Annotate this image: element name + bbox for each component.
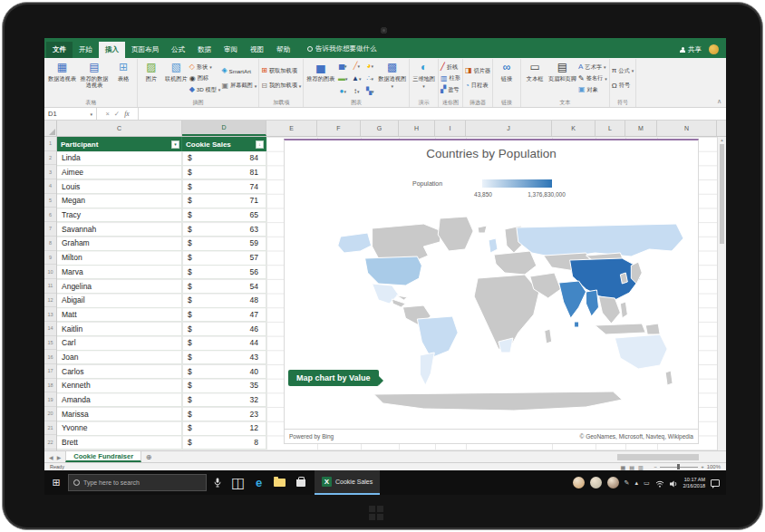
column-header-D[interactable]: D xyxy=(182,121,266,136)
timeline-button[interactable]: ◔日程表 xyxy=(465,82,490,90)
sales-cell[interactable]: $84 xyxy=(182,151,266,166)
column-header-E[interactable]: E xyxy=(266,121,317,136)
zoom-in-icon[interactable]: + xyxy=(701,464,704,469)
table-row[interactable]: Carlos$40 xyxy=(57,364,266,379)
participant-cell[interactable]: Marissa xyxy=(57,407,182,421)
start-button[interactable]: ⊞ xyxy=(44,477,68,488)
wordart-button[interactable]: A艺术字▾ xyxy=(578,63,607,72)
column-header-I[interactable]: I xyxy=(435,121,466,136)
column-header-J[interactable]: J xyxy=(466,121,552,136)
area-chart-button[interactable]: ▲▾ xyxy=(350,73,363,84)
column-header-F[interactable]: F xyxy=(317,121,361,136)
sales-cell[interactable]: $47 xyxy=(182,308,266,323)
table-row[interactable]: Matt$47 xyxy=(57,308,266,323)
edge-icon[interactable]: e xyxy=(248,476,269,489)
tell-me-box[interactable]: 告诉我你想要做什么 xyxy=(307,44,377,58)
insert-function-icon[interactable]: fx xyxy=(124,110,129,118)
maps-button[interactable]: ●▾ xyxy=(336,85,349,97)
text-box-button[interactable]: ▭文本框 xyxy=(523,59,547,98)
participant-cell[interactable]: Tracy xyxy=(57,208,182,223)
row-header-15[interactable]: 15 xyxy=(44,336,56,351)
smartart-button[interactable]: ◈SmartArt xyxy=(221,67,257,74)
ribbon-tab-review[interactable]: 审阅 xyxy=(218,42,244,58)
sales-cell[interactable]: $8 xyxy=(182,436,266,450)
participant-cell[interactable]: Milton xyxy=(57,251,182,266)
link-button[interactable]: ∞链接 xyxy=(495,59,518,98)
pivottable-button[interactable]: ▦数据透视表 xyxy=(47,59,77,98)
volume-icon[interactable] xyxy=(670,475,678,491)
symbol-button[interactable]: Ω符号 xyxy=(612,82,634,90)
pie-chart-button[interactable]: ◕▾ xyxy=(363,60,376,72)
sales-cell[interactable]: $48 xyxy=(182,294,266,308)
row-header-22[interactable]: 22 xyxy=(44,435,56,450)
participant-cell[interactable]: Graham xyxy=(57,237,182,251)
sales-cell[interactable]: $71 xyxy=(182,194,266,208)
zoom-slider[interactable] xyxy=(660,467,698,468)
sales-cell[interactable]: $32 xyxy=(182,393,266,408)
zoom-level[interactable]: 100% xyxy=(707,464,721,469)
row-header-4[interactable]: 4 xyxy=(44,179,56,194)
participant-cell[interactable]: Kenneth xyxy=(57,379,182,393)
sales-cell[interactable]: $57 xyxy=(182,251,266,266)
sales-cell[interactable]: $46 xyxy=(182,322,266,336)
participant-cell[interactable]: Linda xyxy=(57,151,182,166)
row-header-21[interactable]: 21 xyxy=(44,421,56,436)
store-icon[interactable] xyxy=(290,479,311,487)
row-header-6[interactable]: 6 xyxy=(44,208,56,222)
select-all-corner[interactable] xyxy=(44,121,57,136)
line-chart-button[interactable]: ╱▾ xyxy=(350,60,363,72)
row-header-10[interactable]: 10 xyxy=(44,265,56,279)
taskbar-excel-task[interactable]: X Cookie Sales xyxy=(315,470,380,495)
scroll-up-icon[interactable]: ▴ xyxy=(718,137,726,142)
account-avatar[interactable] xyxy=(709,44,719,54)
table-row[interactable]: Yvonne$12 xyxy=(57,421,266,436)
row-header-5[interactable]: 5 xyxy=(44,194,56,208)
participant-cell[interactable]: Carlos xyxy=(57,364,182,379)
participant-cell[interactable]: Louis xyxy=(57,179,182,194)
table-row[interactable]: Brett$8 xyxy=(57,436,266,450)
row-header-14[interactable]: 14 xyxy=(44,322,56,336)
recommended-pivottables-button[interactable]: ▤推荐的数据透视表 xyxy=(78,59,111,98)
row-header-7[interactable]: 7 xyxy=(44,222,56,237)
table-row[interactable]: Kenneth$35 xyxy=(57,379,266,393)
sales-cell[interactable]: $81 xyxy=(182,166,266,180)
sheet-tab-cookie-fundraiser[interactable]: Cookie Fundraiser xyxy=(65,451,141,462)
sales-cell[interactable]: $43 xyxy=(182,351,266,365)
sales-cell[interactable]: $23 xyxy=(182,407,266,421)
scroll-thumb[interactable] xyxy=(720,144,724,244)
table-row[interactable]: Abigail$48 xyxy=(57,294,266,308)
column-header-H[interactable]: H xyxy=(399,121,435,136)
sales-cell[interactable]: $56 xyxy=(182,266,266,280)
participant-cell[interactable]: Yvonne xyxy=(57,421,182,436)
network-icon[interactable] xyxy=(655,475,664,491)
screenshot-button[interactable]: ▣屏幕截图▾ xyxy=(221,82,257,90)
row-header-16[interactable]: 16 xyxy=(44,350,56,364)
table-row[interactable]: Aimee$81 xyxy=(57,166,266,180)
scatter-chart-button[interactable]: ∴▾ xyxy=(363,73,376,84)
sales-cell[interactable]: $35 xyxy=(182,379,266,393)
row-header-8[interactable]: 8 xyxy=(44,237,56,251)
my-add-ins-button[interactable]: ⊟我的加载项▾ xyxy=(261,82,301,90)
shapes-button[interactable]: ◇形状▾ xyxy=(189,63,221,72)
chevron-up-icon[interactable]: ▴ xyxy=(634,479,638,487)
combo-chart-button[interactable]: ▚▾ xyxy=(363,85,376,97)
participant-cell[interactable]: Aimee xyxy=(57,166,182,180)
3d-models-button[interactable]: ◆3D 模型▾ xyxy=(189,86,221,94)
ribbon-tab-formulas[interactable]: 公式 xyxy=(165,42,191,58)
column-header-M[interactable]: M xyxy=(625,121,657,136)
table-row[interactable]: Graham$59 xyxy=(57,237,266,251)
get-add-ins-button[interactable]: ⊞获取加载项 xyxy=(261,67,301,75)
taskbar-clock[interactable]: 10:17 AM 2/16/2018 xyxy=(683,477,705,488)
touch-keyboard-icon[interactable]: ▭ xyxy=(644,479,650,487)
microphone-icon[interactable] xyxy=(207,478,228,488)
task-view-icon[interactable]: ◫ xyxy=(228,474,248,491)
map-chart[interactable]: Countries by Population Population 43,85… xyxy=(284,139,699,444)
pen-icon[interactable]: ✎ xyxy=(625,479,630,487)
formula-input[interactable] xyxy=(139,108,726,120)
participant-cell[interactable]: Megan xyxy=(57,194,182,208)
participant-cell[interactable]: Savannah xyxy=(57,222,182,237)
table-row[interactable]: Linda$84 xyxy=(57,151,266,166)
3d-map-button[interactable]: ◐三维地图▾ xyxy=(412,59,436,98)
ribbon-tab-data[interactable]: 数据 xyxy=(191,42,218,58)
collapse-ribbon-icon[interactable]: ∧ xyxy=(717,98,721,105)
